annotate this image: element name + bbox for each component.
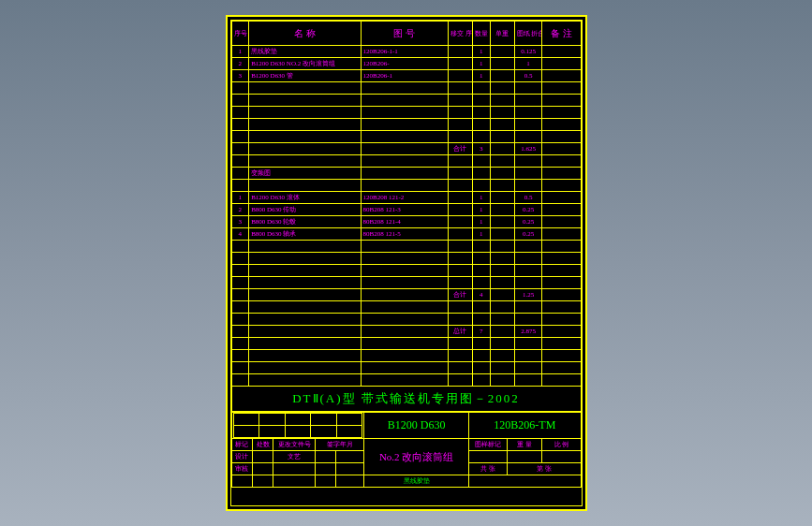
bom-header-row: 序号 名 称 图 号 移交 序号 数量 单重 图纸 折合(t) 备 注	[231, 22, 581, 46]
bom-row-empty	[231, 374, 581, 387]
bom-row: 1B1200 D630 滚体120B208 121-210.5	[231, 192, 581, 204]
bom-row-empty	[231, 82, 581, 95]
bom-row: 4B800 D630 轴承80B208 121-510.25	[231, 228, 581, 241]
col-drawno: 图 号	[361, 22, 448, 46]
bom-row-empty	[231, 314, 581, 326]
col-seq: 序号	[231, 22, 249, 46]
bom-note-row: 变频图	[231, 168, 581, 180]
bom-subtotal-b: 合计41.25	[231, 289, 581, 301]
drawing-sheet: 序号 名 称 图 号 移交 序号 数量 单重 图纸 折合(t) 备 注 1黑线胶…	[226, 15, 587, 511]
bom-row-empty	[231, 155, 581, 168]
col-name: 名 称	[249, 22, 361, 46]
bom-row: 2B1200 D630 NO.2 改向滚筒组120B206-11	[231, 58, 581, 70]
bom-row-empty	[231, 131, 581, 143]
title-block: B1200 D630 120B206-TM 标记处数更改文件号签字年月 No.2…	[231, 412, 582, 488]
bom-row-empty	[231, 241, 581, 253]
bom-row: 3B1200 D630 管120B206-110.5	[231, 70, 581, 82]
bom-row-empty	[231, 95, 581, 107]
col-qty: 数量	[472, 22, 490, 46]
part-name-cell: No.2 改向滚筒组	[364, 439, 469, 475]
bom-row-empty	[231, 277, 581, 289]
bom-row-empty	[231, 253, 581, 265]
col-singlewt: 单重	[490, 22, 514, 46]
bom-row-empty	[231, 301, 581, 314]
tb-row: 标记处数更改文件号签字年月 No.2 改向滚筒组 图样标记重 量比 例	[231, 439, 581, 451]
spec-cell: B1200 D630	[364, 413, 469, 439]
col-remark: 备 注	[542, 22, 581, 46]
bom-row-empty	[231, 338, 581, 350]
drawing-frame: 序号 名 称 图 号 移交 序号 数量 单重 图纸 折合(t) 备 注 1黑线胶…	[230, 20, 583, 506]
tb-row: 黑线胶垫	[231, 475, 581, 488]
bom-table: 序号 名 称 图 号 移交 序号 数量 单重 图纸 折合(t) 备 注 1黑线胶…	[231, 21, 582, 387]
code-cell: 120B206-TM	[469, 413, 581, 439]
bom-row: 1黑线胶垫120B206-1-110.125	[231, 46, 581, 58]
bom-row-empty	[231, 107, 581, 119]
bom-row: 2B800 D630 传动80B208 121-310.25	[231, 204, 581, 216]
bom-row: 3B800 D630 轮毂80B208 121-410.25	[231, 216, 581, 228]
drawing-title: DTⅡ(A)型 带式输送机专用图－2002	[231, 387, 582, 412]
bom-row-empty	[231, 350, 581, 362]
col-transno: 移交 序号	[448, 22, 472, 46]
bom-row-empty	[231, 180, 581, 192]
bom-row-empty	[231, 362, 581, 374]
note-cell: 黑线胶垫	[364, 475, 469, 488]
bom-row-empty	[231, 119, 581, 131]
bom-grandtotal: 总计72.875	[231, 326, 581, 338]
col-totalwt: 图纸 折合(t)	[514, 22, 542, 46]
bom-subtotal-a: 合计31.625	[231, 143, 581, 155]
bom-row-empty	[231, 265, 581, 277]
